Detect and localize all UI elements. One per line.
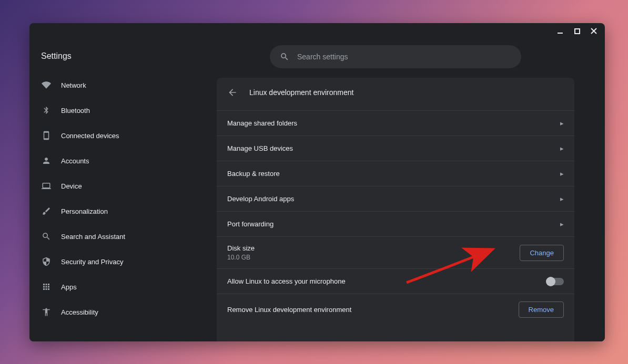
chevron-right-icon: ▸ <box>560 144 564 152</box>
row-label: Backup & restore <box>227 170 280 178</box>
row-label: Manage USB devices <box>227 144 293 152</box>
chevron-right-icon: ▸ <box>560 195 564 203</box>
microphone-toggle[interactable] <box>547 278 564 285</box>
sidebar-item-connected-devices[interactable]: Connected devices <box>29 123 186 148</box>
row-label: Develop Android apps <box>227 195 294 203</box>
disk-size-value: 10.0 GB <box>227 254 255 261</box>
minimize-icon[interactable] <box>556 27 564 35</box>
sidebar-item-security-privacy[interactable]: Security and Privacy <box>29 249 186 274</box>
svg-rect-0 <box>558 33 563 34</box>
sidebar-item-network[interactable]: Network <box>29 72 186 98</box>
chevron-right-icon: ▸ <box>560 119 564 127</box>
search-icon <box>279 51 290 62</box>
sidebar-item-label: Bluetooth <box>61 107 90 115</box>
accessibility-icon <box>41 307 52 317</box>
sidebar-item-personalization[interactable]: Personalization <box>29 199 186 224</box>
laptop-icon <box>41 181 52 191</box>
sidebar-item-label: Accessibility <box>61 308 98 316</box>
sidebar-item-label: Connected devices <box>61 132 119 140</box>
row-manage-shared-folders[interactable]: Manage shared folders ▸ <box>217 110 574 136</box>
svg-rect-1 <box>575 29 580 34</box>
change-button[interactable]: Change <box>520 245 564 261</box>
sidebar-item-accounts[interactable]: Accounts <box>29 148 186 173</box>
remove-button[interactable]: Remove <box>519 301 564 318</box>
row-develop-android-apps[interactable]: Develop Android apps ▸ <box>217 186 574 211</box>
close-icon[interactable] <box>590 27 597 35</box>
row-microphone-access: Allow Linux to access your microphone <box>217 268 574 294</box>
row-label: Remove Linux development environment <box>227 306 351 314</box>
sidebar-item-label: Search and Assistant <box>61 233 125 241</box>
chevron-right-icon: ▸ <box>560 170 564 178</box>
row-manage-usb-devices[interactable]: Manage USB devices ▸ <box>217 136 574 161</box>
panel-title: Linux development environment <box>249 88 353 97</box>
sidebar-item-label: Device <box>61 182 82 190</box>
settings-window: Settings Network Bluetooth Connected dev… <box>29 23 605 341</box>
row-label: Port forwarding <box>227 220 274 228</box>
devices-icon <box>41 130 52 141</box>
sidebar-item-label: Security and Privacy <box>61 258 124 266</box>
row-label: Allow Linux to access your microphone <box>227 277 346 285</box>
apps-icon <box>41 282 52 292</box>
sidebar-item-search-assistant[interactable]: Search and Assistant <box>29 224 186 249</box>
bluetooth-icon <box>41 105 52 116</box>
sidebar-item-label: Personalization <box>61 207 108 215</box>
row-remove-linux: Remove Linux development environment Rem… <box>217 294 574 325</box>
app-title: Settings <box>29 45 186 72</box>
row-backup-restore[interactable]: Backup & restore ▸ <box>217 161 574 186</box>
sidebar-item-label: Accounts <box>61 157 89 165</box>
search-input[interactable] <box>297 53 512 61</box>
sidebar-item-apps[interactable]: Apps <box>29 274 186 299</box>
disk-size-label: Disk size <box>227 244 255 252</box>
row-port-forwarding[interactable]: Port forwarding ▸ <box>217 211 574 236</box>
sidebar-item-bluetooth[interactable]: Bluetooth <box>29 98 186 123</box>
row-disk-size: Disk size 10.0 GB Change <box>217 236 574 268</box>
maximize-icon[interactable] <box>573 27 581 35</box>
back-button[interactable] <box>227 87 238 98</box>
shield-icon <box>41 256 52 267</box>
brush-icon <box>41 206 52 216</box>
main-content: Linux development environment Manage sha… <box>186 39 605 341</box>
sidebar-item-label: Network <box>61 81 86 89</box>
wifi-icon <box>41 80 52 90</box>
sidebar-item-accessibility[interactable]: Accessibility <box>29 299 186 325</box>
search-icon <box>41 231 52 242</box>
chevron-right-icon: ▸ <box>560 220 564 228</box>
row-label: Manage shared folders <box>227 119 297 127</box>
sidebar-item-device[interactable]: Device <box>29 173 186 199</box>
search-bar[interactable] <box>270 45 521 68</box>
window-titlebar <box>29 23 605 39</box>
person-icon <box>41 155 52 166</box>
sidebar-item-label: Apps <box>61 283 77 291</box>
settings-panel: Linux development environment Manage sha… <box>217 78 574 341</box>
sidebar: Settings Network Bluetooth Connected dev… <box>29 39 186 341</box>
